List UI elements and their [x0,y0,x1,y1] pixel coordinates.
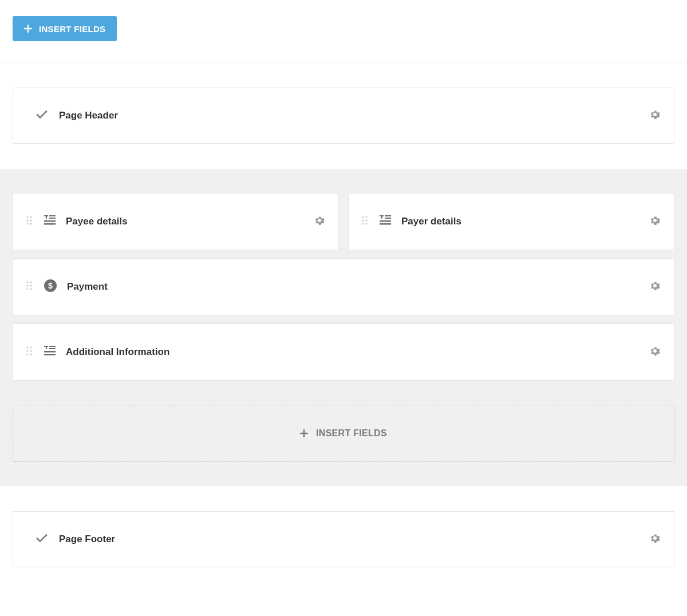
check-icon [35,108,49,124]
svg-point-32 [26,346,28,348]
svg-point-29 [30,288,31,290]
svg-text:$: $ [48,281,53,290]
svg-point-14 [362,219,364,221]
page-footer-label: Page Footer [59,534,115,545]
field-card-payee-content: Payee details [26,215,314,228]
field-card-payee-label: Payee details [66,216,128,227]
page-header-label: Page Header [59,110,118,121]
svg-point-5 [30,223,31,224]
gear-icon[interactable] [650,533,660,546]
check-icon [35,531,49,547]
field-card-additional-label: Additional Information [66,346,169,358]
svg-point-1 [30,216,31,218]
fields-stack: Payee details [13,193,674,381]
gear-icon[interactable] [650,215,660,228]
svg-point-17 [365,223,367,224]
gear-icon[interactable] [650,281,660,293]
field-card-payee[interactable]: Payee details [13,193,339,250]
footer-section: Page Footer [0,486,687,593]
field-card-payment-label: Payment [67,281,108,293]
svg-point-16 [362,223,364,224]
drag-handle-icon[interactable] [361,215,369,228]
text-block-icon [44,215,56,228]
drag-handle-icon[interactable] [26,215,34,228]
svg-point-34 [26,350,28,352]
drag-handle-icon[interactable] [26,280,34,294]
field-card-payment-content: $ Payment [26,279,650,294]
svg-point-33 [30,346,31,348]
svg-point-25 [30,281,31,283]
page-footer-content: Page Footer [35,531,650,547]
svg-point-28 [26,288,28,290]
drag-handle-icon[interactable] [26,345,34,359]
svg-point-37 [30,353,31,355]
gear-icon[interactable] [650,346,660,358]
svg-point-13 [365,216,367,218]
svg-point-2 [26,219,28,221]
insert-fields-button-label: INSERT FIELDS [39,24,105,34]
header-section: Page Header [0,62,687,169]
fields-row-1: Payee details [13,193,674,250]
page-header-content: Page Header [35,108,650,124]
gear-icon[interactable] [650,109,660,122]
svg-rect-20 [385,215,391,216]
fields-section: Payee details [0,169,687,486]
svg-point-0 [26,216,28,218]
svg-rect-7 [46,215,47,219]
text-block-icon [44,345,56,359]
svg-rect-11 [44,223,56,225]
toolbar: INSERT FIELDS [0,0,687,62]
svg-rect-23 [380,223,391,225]
svg-point-3 [30,219,31,221]
svg-point-12 [362,216,364,218]
text-block-icon [380,215,391,228]
svg-rect-22 [380,220,391,222]
svg-point-35 [30,350,31,352]
svg-rect-41 [49,348,56,349]
svg-point-4 [26,223,28,224]
svg-rect-10 [44,220,56,222]
svg-rect-42 [44,351,56,353]
field-card-additional-content: Additional Information [26,345,650,359]
plus-icon [300,429,308,437]
field-card-payment[interactable]: $ Payment [13,258,674,315]
svg-point-26 [26,285,28,286]
svg-rect-9 [49,218,56,219]
svg-point-24 [26,281,28,283]
gear-icon[interactable] [314,215,325,228]
field-card-payer-label: Payer details [401,216,461,227]
insert-fields-zone[interactable]: INSERT FIELDS [13,405,674,462]
page-footer-card[interactable]: Page Footer [13,511,674,567]
dollar-icon: $ [44,279,57,294]
svg-rect-40 [49,346,56,347]
field-card-additional[interactable]: Additional Information [13,323,674,381]
insert-fields-button[interactable]: INSERT FIELDS [13,16,117,41]
svg-rect-39 [46,346,47,349]
insert-fields-zone-label: INSERT FIELDS [316,428,387,439]
svg-point-15 [365,219,367,221]
svg-point-36 [26,353,28,355]
svg-rect-43 [44,354,56,356]
plus-icon [24,25,32,33]
field-card-payer-content: Payer details [361,215,650,228]
svg-rect-8 [49,215,56,216]
page-header-card[interactable]: Page Header [13,88,674,144]
svg-point-27 [30,285,31,286]
svg-rect-21 [385,218,391,219]
svg-rect-19 [381,215,382,219]
field-card-payer[interactable]: Payer details [348,193,674,250]
